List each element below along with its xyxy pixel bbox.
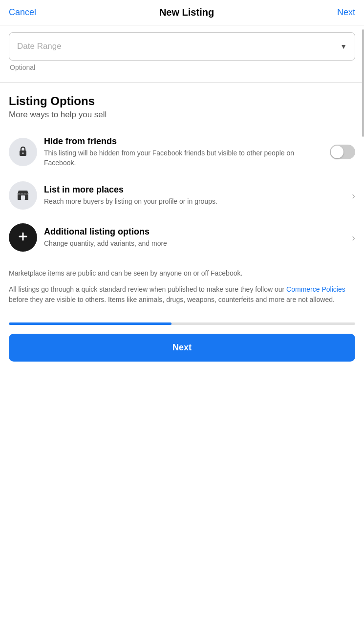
- list-in-more-places-title: List in more places: [44, 185, 346, 195]
- page-title: New Listing: [159, 7, 214, 18]
- date-range-label: Date Range: [17, 42, 62, 51]
- hide-from-friends-text: Hide from friends This listing will be h…: [44, 136, 324, 168]
- disclaimer-section: Marketplace items are public and can be …: [0, 258, 364, 316]
- scrollbar-track: [361, 0, 364, 622]
- progress-bar-background: [9, 322, 355, 325]
- additional-options-title: Additional listing options: [44, 227, 346, 237]
- hide-from-friends-desc: This listing will be hidden from your Fa…: [44, 149, 324, 168]
- hide-from-friends-title: Hide from friends: [44, 136, 324, 147]
- hide-from-friends-toggle[interactable]: [330, 145, 355, 159]
- list-in-more-places-row[interactable]: List in more places Reach more buyers by…: [9, 174, 355, 216]
- policy-notice-after: before they are visible to others. Items…: [9, 296, 335, 303]
- progress-bar-fill: [9, 322, 171, 325]
- public-notice: Marketplace items are public and can be …: [9, 268, 355, 279]
- toggle-switch[interactable]: [330, 145, 355, 159]
- progress-section: [0, 316, 364, 330]
- svg-rect-3: [21, 195, 25, 200]
- next-button[interactable]: Next: [9, 334, 355, 362]
- additional-options-desc: Change quantity, add variants, and more: [44, 239, 346, 249]
- listing-options-section: Listing Options More ways to help you se…: [0, 83, 364, 258]
- scrollbar-thumb[interactable]: [362, 29, 364, 137]
- plus-icon: [16, 230, 30, 245]
- additional-options-chevron: ›: [352, 232, 355, 243]
- list-in-more-places-chevron: ›: [352, 190, 355, 201]
- additional-listing-options-row[interactable]: Additional listing options Change quanti…: [9, 216, 355, 258]
- chevron-right-icon: ›: [352, 190, 355, 201]
- cancel-button[interactable]: Cancel: [9, 7, 36, 18]
- header-next-button[interactable]: Next: [337, 7, 355, 18]
- chevron-down-icon: ▼: [340, 43, 347, 50]
- chevron-right-icon-2: ›: [352, 232, 355, 243]
- store-icon-wrap: [9, 181, 37, 210]
- next-button-section: Next: [0, 330, 364, 370]
- listing-options-title: Listing Options: [9, 94, 355, 108]
- lock-icon: [16, 144, 30, 160]
- hide-from-friends-row[interactable]: Hide from friends This listing will be h…: [9, 129, 355, 174]
- date-range-dropdown[interactable]: Date Range ▼: [9, 32, 355, 61]
- store-icon: [16, 188, 30, 203]
- header: Cancel New Listing Next: [0, 0, 364, 25]
- policy-notice: All listings go through a quick standard…: [9, 284, 355, 305]
- plus-icon-wrap: [9, 223, 37, 252]
- optional-label: Optional: [9, 64, 355, 71]
- listing-options-subtitle: More ways to help you sell: [9, 110, 355, 120]
- date-range-section: Date Range ▼ Optional: [0, 25, 364, 73]
- list-in-more-places-text: List in more places Reach more buyers by…: [44, 185, 346, 207]
- list-in-more-places-desc: Reach more buyers by listing on your pro…: [44, 197, 346, 207]
- svg-point-1: [22, 152, 24, 154]
- policy-notice-before: All listings go through a quick standard…: [9, 285, 286, 293]
- additional-options-text: Additional listing options Change quanti…: [44, 227, 346, 249]
- commerce-policies-link[interactable]: Commerce Policies: [286, 285, 345, 293]
- toggle-knob: [331, 146, 343, 158]
- lock-icon-wrap: [9, 138, 37, 166]
